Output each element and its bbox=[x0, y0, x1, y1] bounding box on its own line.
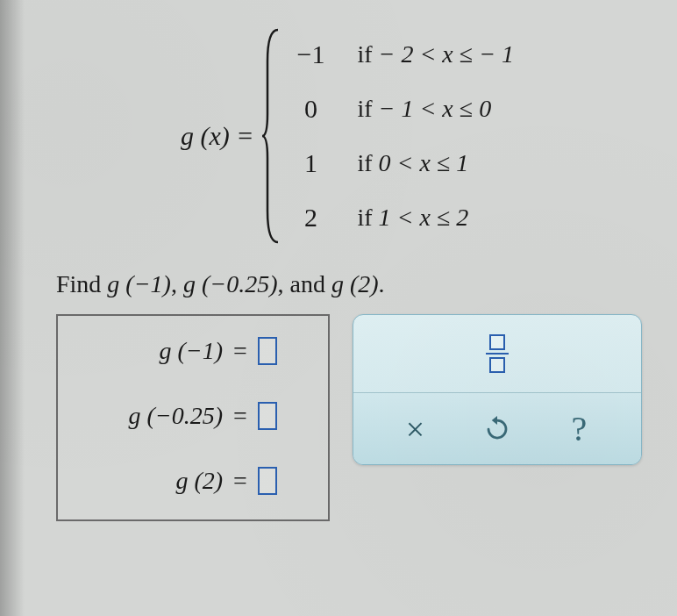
tool-panel-bottom: × ? bbox=[353, 392, 641, 464]
piecewise-definition: g (x) = −1 if − 2 < x ≤ − 1 0 if − 1 < x… bbox=[53, 26, 642, 246]
tool-panel: × ? bbox=[353, 314, 642, 465]
instruction-sep: , and bbox=[277, 270, 331, 297]
instruction-g3: g (2) bbox=[331, 270, 379, 297]
case-row: 2 if 1 < x ≤ 2 bbox=[289, 203, 514, 233]
instruction-suffix: . bbox=[379, 270, 385, 297]
fraction-denominator-icon bbox=[489, 357, 505, 373]
reset-button[interactable] bbox=[476, 408, 518, 450]
reset-icon bbox=[484, 416, 510, 442]
bottom-area: g (−1) = g (−0.25) = g (2) = bbox=[53, 314, 642, 521]
answer-row: g (−0.25) = bbox=[74, 402, 312, 430]
answer-label: g (−1) bbox=[160, 337, 224, 365]
brace-icon bbox=[262, 26, 281, 246]
instruction-text: Find g (−1), g (−0.25), and g (2). bbox=[56, 270, 642, 298]
answer-label: g (2) bbox=[175, 467, 223, 495]
cases-list: −1 if − 2 < x ≤ − 1 0 if − 1 < x ≤ 0 1 i… bbox=[289, 39, 514, 233]
equals-sign: = bbox=[233, 402, 247, 430]
tool-panel-top bbox=[353, 315, 641, 392]
fraction-bar-icon bbox=[486, 353, 509, 355]
instruction-g2: g (−0.25) bbox=[183, 270, 278, 297]
case-row: 1 if 0 < x ≤ 1 bbox=[289, 148, 514, 178]
fraction-tool-button[interactable] bbox=[477, 329, 517, 378]
equals-sign: = bbox=[233, 467, 247, 495]
case-row: −1 if − 2 < x ≤ − 1 bbox=[289, 39, 514, 69]
answer-panel: g (−1) = g (−0.25) = g (2) = bbox=[56, 314, 330, 521]
function-lhs: g (x) = bbox=[181, 121, 254, 151]
fraction-numerator-icon bbox=[489, 334, 505, 350]
case-value: 1 bbox=[289, 148, 332, 178]
answer-input[interactable] bbox=[258, 467, 277, 495]
case-condition: if 1 < x ≤ 2 bbox=[357, 204, 468, 232]
case-value: 0 bbox=[289, 94, 332, 124]
case-condition: if − 1 < x ≤ 0 bbox=[357, 95, 491, 123]
instruction-g1: g (−1) bbox=[107, 270, 171, 297]
clear-button[interactable]: × bbox=[395, 408, 437, 450]
brace bbox=[262, 26, 280, 246]
case-value: −1 bbox=[289, 39, 332, 69]
case-row: 0 if − 1 < x ≤ 0 bbox=[289, 94, 514, 124]
case-condition: if − 2 < x ≤ − 1 bbox=[357, 40, 514, 68]
equals-sign: = bbox=[233, 337, 247, 365]
answer-input[interactable] bbox=[258, 402, 277, 430]
problem-content: g (x) = −1 if − 2 < x ≤ − 1 0 if − 1 < x… bbox=[0, 0, 677, 548]
instruction-prefix: Find bbox=[56, 270, 107, 297]
answer-label: g (−0.25) bbox=[129, 402, 224, 430]
case-value: 2 bbox=[289, 203, 332, 233]
instruction-sep: , bbox=[171, 270, 183, 297]
case-condition: if 0 < x ≤ 1 bbox=[357, 149, 468, 177]
answer-row: g (2) = bbox=[74, 467, 312, 495]
help-button[interactable]: ? bbox=[558, 408, 600, 450]
x-icon: × bbox=[406, 410, 424, 448]
question-icon: ? bbox=[571, 408, 587, 449]
answer-input[interactable] bbox=[258, 337, 277, 365]
answer-row: g (−1) = bbox=[74, 337, 312, 365]
